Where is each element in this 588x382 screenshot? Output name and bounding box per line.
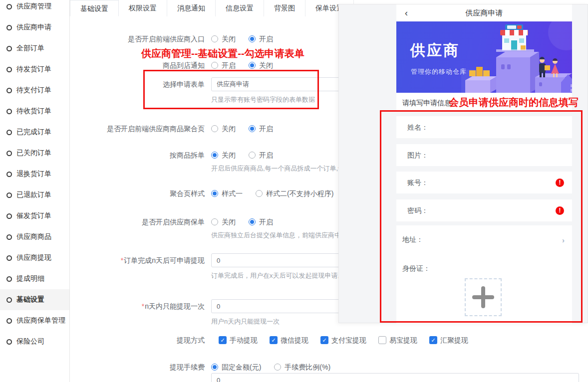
field-label: 聚合页样式	[70, 189, 205, 198]
radio-icon	[256, 190, 263, 197]
sidebar-item[interactable]: 基础设置	[0, 289, 69, 310]
radio-label: 样式二(不支持小程序)	[266, 189, 333, 198]
sidebar-item-label: 全部订单	[16, 44, 44, 53]
sidebar-item[interactable]: 提成明细	[0, 268, 69, 289]
radio-option-on[interactable]: 开启	[211, 60, 236, 70]
sidebar-item[interactable]: 待收货订单	[0, 101, 69, 122]
sidebar-item[interactable]: 供应商保单管理	[0, 310, 69, 331]
checkbox-option[interactable]: 手动提现	[219, 335, 258, 345]
checkbox-checked-icon	[320, 336, 328, 344]
sidebar-item[interactable]: 已关闭订单	[0, 143, 69, 164]
fee-amount-input[interactable]	[211, 373, 579, 382]
sidebar-item-label: 供应商商品	[16, 232, 51, 241]
banner-subtitle: 管理你的移动仓库	[411, 67, 467, 76]
checkbox-option[interactable]: 微信提现	[270, 335, 308, 345]
radio-option-on[interactable]: 开启	[249, 124, 273, 134]
sidebar-item[interactable]: 供应商管理	[0, 0, 69, 17]
sidebar-item[interactable]: 已退款订单	[0, 185, 69, 205]
tab-消息通知[interactable]: 消息通知	[167, 0, 216, 16]
tab-权限设置[interactable]: 权限设置	[119, 0, 167, 16]
sidebar-item-label: 退换货订单	[16, 170, 51, 179]
field-image-label: 图片：	[396, 144, 572, 166]
radio-checked-icon	[249, 35, 256, 42]
sidebar-item-label: 待收货订单	[16, 107, 51, 116]
required-badge-icon: !	[556, 206, 564, 215]
sidebar-item[interactable]: 待发货订单	[0, 59, 69, 80]
radio-option-on[interactable]: 开启	[249, 150, 273, 160]
sidebar-item[interactable]: 保险公司	[0, 331, 69, 352]
radio-option-style1[interactable]: 样式一	[211, 189, 243, 198]
sidebar-item[interactable]: 待支付订单	[0, 80, 69, 101]
required-mark: *	[121, 256, 123, 264]
tab-信息设置[interactable]: 信息设置	[216, 0, 264, 16]
radio-label: 关闭	[222, 217, 236, 227]
sidebar-item-label: 待支付订单	[16, 86, 51, 95]
radio-icon	[211, 125, 218, 132]
required-badge-icon: !	[556, 179, 564, 187]
radio-checked-icon	[211, 364, 218, 371]
circle-icon	[6, 234, 12, 240]
radio-option-percent[interactable]: 手续费比例(%)	[274, 362, 330, 372]
circle-icon	[6, 339, 12, 345]
tab-背景图[interactable]: 背景图	[264, 0, 305, 16]
idcard-upload-box[interactable]	[465, 278, 502, 316]
field-address-label: 地址：	[402, 235, 423, 244]
preview-field-name[interactable]: 姓名：	[396, 116, 572, 138]
radio-option-on[interactable]: 开启	[249, 217, 273, 227]
radio-option-on[interactable]: 开启	[249, 34, 273, 44]
circle-icon	[6, 4, 12, 9]
sidebar-item-label: 基础设置	[16, 295, 44, 304]
radio-label: 关闭	[222, 124, 236, 134]
sidebar-item[interactable]: 供应商提现	[0, 247, 69, 268]
plus-icon	[472, 286, 494, 308]
annotation-main-note: 供应商管理--基础设置--勾选申请表单	[141, 47, 304, 60]
radio-icon	[249, 152, 256, 159]
sidebar-item[interactable]: 全部订单	[0, 38, 69, 59]
checkbox-checked-icon	[270, 336, 278, 344]
sidebar-item-label: 供应商管理	[16, 2, 51, 11]
radio-icon	[211, 62, 218, 69]
required-mark: *	[142, 302, 144, 310]
radio-group-arrival-notice: 开启 关闭	[211, 60, 273, 70]
sidebar-item-label: 供应商提现	[16, 253, 51, 262]
circle-icon	[6, 255, 12, 261]
radio-label: 手续费比例(%)	[285, 362, 330, 372]
sidebar-item[interactable]: 供应商商品	[0, 226, 69, 247]
checkbox-label: 支付宝提现	[331, 335, 366, 345]
radio-label: 开启	[259, 217, 273, 227]
sidebar-list: 供应商管理供应商申请全部订单待发货订单待支付订单待收货订单已完成订单已关闭订单退…	[0, 0, 69, 352]
banner-title: 供应商	[410, 40, 460, 61]
checkbox-label: 汇聚提现	[440, 335, 468, 345]
tab-基础设置[interactable]: 基础设置	[70, 0, 119, 16]
circle-icon	[6, 67, 12, 72]
circle-icon	[6, 297, 12, 303]
preview-field-image[interactable]: 图片：	[396, 144, 572, 166]
sidebar-item-label: 保险公司	[16, 337, 44, 346]
sidebar-item[interactable]: 供应商申请	[0, 17, 69, 38]
radio-group-page-style: 样式一 样式二(不支持小程序)	[211, 189, 333, 198]
sidebar-item[interactable]: 已完成订单	[0, 122, 69, 143]
radio-option-off[interactable]: 关闭	[249, 60, 273, 70]
field-idcard-label: 身份证：	[402, 264, 430, 273]
preview-field-password[interactable]: 密码： !	[396, 199, 572, 221]
sidebar-item-label: 催发货订单	[16, 211, 51, 220]
radio-option-fixed[interactable]: 固定金额(元)	[211, 362, 261, 372]
radio-group-fee: 固定金额(元) 手续费比例(%)	[211, 362, 579, 372]
preview-field-account[interactable]: 账号： !	[396, 172, 572, 193]
checkbox-checked-icon	[219, 336, 227, 344]
checkbox-option[interactable]: 易宝提现	[378, 335, 417, 345]
preview-field-address[interactable]: 地址： ›	[402, 235, 565, 244]
checkbox-option[interactable]: 汇聚提现	[429, 335, 468, 345]
radio-label: 开启	[222, 60, 236, 70]
sidebar-item[interactable]: 催发货订单	[0, 205, 69, 226]
radio-option-off[interactable]: 关闭	[211, 217, 236, 227]
radio-option-off[interactable]: 关闭	[211, 34, 236, 44]
sidebar-item[interactable]: 退换货订单	[0, 164, 69, 185]
radio-option-style2[interactable]: 样式二(不支持小程序)	[256, 189, 333, 198]
checkbox-option[interactable]: 支付宝提现	[320, 335, 366, 345]
radio-label: 开启	[259, 124, 273, 134]
radio-option-off[interactable]: 关闭	[211, 150, 236, 160]
radio-option-off[interactable]: 关闭	[211, 124, 236, 134]
phone-header: ‹ 供应商申请	[396, 4, 572, 21]
field-label: *订单完成n天后可申请提现	[70, 253, 205, 267]
